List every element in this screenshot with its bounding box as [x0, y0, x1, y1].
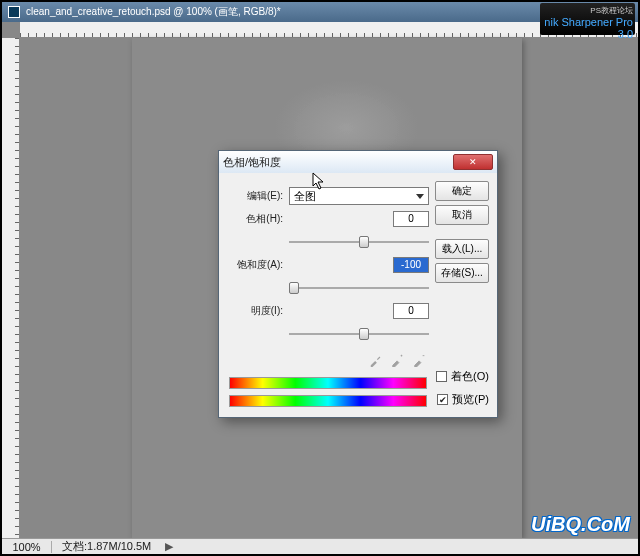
watermark-top-line2: nik Sharpener Pro 3.0: [542, 16, 633, 40]
ok-button[interactable]: 确定: [435, 181, 489, 201]
dialog-titlebar[interactable]: 色相/饱和度 ✕: [219, 151, 497, 173]
edit-dropdown-value: 全图: [294, 189, 316, 204]
save-button[interactable]: 存储(S)...: [435, 263, 489, 283]
chevron-down-icon: [416, 194, 424, 199]
ruler-vertical[interactable]: [2, 38, 20, 538]
lightness-input[interactable]: 0: [393, 303, 429, 319]
eyedropper-subtract-icon[interactable]: [413, 353, 427, 367]
eyedropper-add-icon[interactable]: [391, 353, 405, 367]
watermark-bottom: UiBQ.CoM: [531, 513, 630, 536]
edit-dropdown[interactable]: 全图: [289, 187, 429, 205]
lightness-slider[interactable]: [289, 325, 429, 343]
preview-checkbox[interactable]: ✔: [437, 394, 448, 405]
hue-spectrum-top: [229, 377, 427, 389]
hue-saturation-dialog: 色相/饱和度 ✕ 编辑(E): 全图 色相(H): 0: [218, 150, 498, 418]
watermark-top-line1: PS教程论坛: [542, 5, 633, 16]
eyedropper-group: [227, 349, 429, 371]
saturation-slider[interactable]: [289, 279, 429, 297]
saturation-row: 饱和度(A): -100: [227, 257, 429, 273]
close-button[interactable]: ✕: [453, 154, 493, 170]
hue-spectrum-bottom: [229, 395, 427, 407]
hue-row: 色相(H): 0: [227, 211, 429, 227]
edit-row: 编辑(E): 全图: [227, 187, 429, 205]
preview-label: 预览(P): [452, 392, 489, 407]
saturation-slider-row: [227, 279, 429, 297]
statusbar: 100% 文档:1.87M/10.5M ▶: [2, 538, 638, 554]
saturation-input[interactable]: -100: [393, 257, 429, 273]
lightness-slider-row: [227, 325, 429, 343]
lightness-label: 明度(I):: [227, 304, 283, 318]
preview-row[interactable]: ✔ 预览(P): [435, 392, 489, 407]
docinfo-arrow-icon[interactable]: ▶: [161, 540, 177, 553]
eyedropper-icon[interactable]: [369, 353, 383, 367]
lightness-row: 明度(I): 0: [227, 303, 429, 319]
saturation-label: 饱和度(A):: [227, 258, 283, 272]
watermark-top: PS教程论坛 nik Sharpener Pro 3.0: [540, 3, 635, 35]
colorize-label: 着色(O): [451, 369, 489, 384]
cancel-button[interactable]: 取消: [435, 205, 489, 225]
edit-label: 编辑(E):: [227, 189, 283, 203]
hue-slider[interactable]: [289, 233, 429, 251]
hue-label: 色相(H):: [227, 212, 283, 226]
zoom-level[interactable]: 100%: [2, 541, 52, 553]
hue-input[interactable]: 0: [393, 211, 429, 227]
dialog-side: 确定 取消 载入(L)... 存储(S)... 着色(O) ✔ 预览(P): [435, 181, 489, 409]
document-title: clean_and_creative_retouch.psd @ 100% (画…: [26, 5, 281, 19]
colorize-swatch: [436, 371, 447, 382]
colorize-row[interactable]: 着色(O): [435, 369, 489, 384]
load-button[interactable]: 载入(L)...: [435, 239, 489, 259]
document-info: 文档:1.87M/10.5M: [52, 539, 161, 554]
dialog-title: 色相/饱和度: [223, 155, 453, 170]
ps-icon: [8, 6, 20, 18]
dialog-main: 编辑(E): 全图 色相(H): 0 饱和度(A): -1: [227, 181, 429, 409]
hue-slider-row: [227, 233, 429, 251]
dialog-body: 编辑(E): 全图 色相(H): 0 饱和度(A): -1: [219, 173, 497, 417]
